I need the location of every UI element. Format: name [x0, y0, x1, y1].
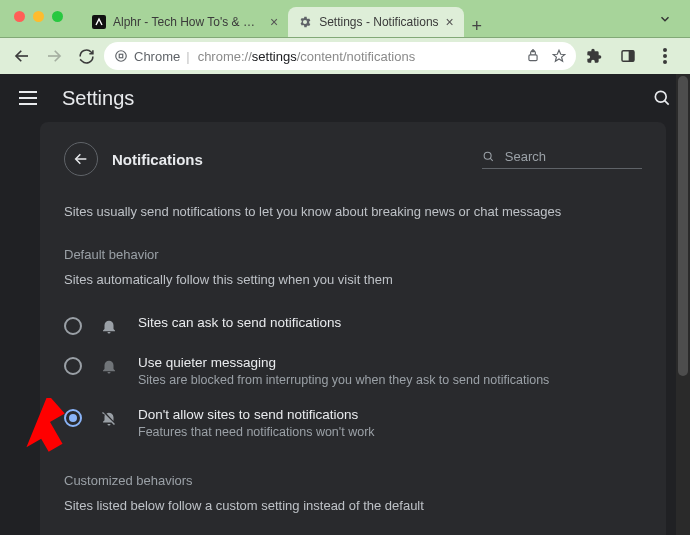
hamburger-menu-icon[interactable] [18, 90, 40, 106]
reload-button[interactable] [72, 42, 100, 70]
traffic-lights [14, 11, 63, 22]
panel-search[interactable] [482, 149, 642, 169]
section-customized-sub: Sites listed below follow a custom setti… [64, 498, 642, 513]
settings-appbar: Settings [0, 74, 690, 122]
svg-point-11 [663, 54, 667, 58]
site-info-button[interactable]: Chrome | [114, 49, 190, 64]
svg-marker-21 [12, 398, 67, 453]
section-customized-label: Customized behaviors [64, 473, 642, 488]
tab-title: Settings - Notifications [319, 15, 438, 29]
svg-point-3 [116, 51, 127, 62]
scheme-label: Chrome [134, 49, 180, 64]
gear-icon [298, 15, 312, 29]
radio-button[interactable] [64, 317, 82, 335]
close-tab-icon[interactable]: × [270, 14, 278, 30]
search-icon [482, 149, 495, 164]
svg-point-12 [663, 60, 667, 64]
new-tab-button[interactable]: + [464, 16, 490, 37]
panel-search-input[interactable] [505, 149, 642, 164]
option-quieter-messaging[interactable]: Use quieter messaging Sites are blocked … [64, 345, 642, 397]
annotation-arrow [12, 398, 67, 453]
browser-tab[interactable]: Alphr - Tech How To's & Guide × [82, 7, 288, 37]
bell-icon [100, 317, 120, 335]
extensions-icon[interactable] [580, 42, 608, 70]
svg-rect-0 [92, 15, 106, 29]
scrollbar-thumb[interactable] [678, 76, 688, 376]
svg-point-10 [663, 48, 667, 52]
tab-strip: Alphr - Tech How To's & Guide × Settings… [82, 7, 490, 37]
alphr-favicon [92, 15, 106, 29]
section-default-behavior-label: Default behavior [64, 247, 642, 262]
browser-tab[interactable]: Settings - Notifications × [288, 7, 464, 37]
svg-line-20 [490, 158, 493, 161]
svg-line-17 [665, 101, 669, 105]
section-default-behavior-sub: Sites automatically follow this setting … [64, 272, 642, 287]
option-dont-allow[interactable]: Don't allow sites to send notifications … [64, 397, 642, 449]
nav-back-button[interactable] [8, 42, 36, 70]
side-panel-icon[interactable] [614, 42, 642, 70]
settings-panel: Notifications Sites usually send notific… [40, 122, 666, 535]
close-window-button[interactable] [14, 11, 25, 22]
minimize-window-button[interactable] [33, 11, 44, 22]
svg-rect-4 [119, 54, 123, 58]
omnibox[interactable]: Chrome | chrome://settings/content/notif… [104, 42, 576, 70]
nav-forward-button[interactable] [40, 42, 68, 70]
svg-rect-5 [529, 55, 537, 61]
option-sites-can-ask[interactable]: Sites can ask to send notifications [64, 305, 642, 345]
app-title: Settings [62, 87, 134, 110]
url-text: chrome://settings/content/notifications [198, 49, 416, 64]
bell-off-icon [100, 409, 120, 427]
maximize-window-button[interactable] [52, 11, 63, 22]
panel-description: Sites usually send notifications to let … [64, 204, 642, 219]
tab-overflow-button[interactable] [640, 12, 690, 26]
bell-muted-icon [100, 357, 120, 375]
svg-marker-7 [553, 50, 565, 61]
option-title: Use quieter messaging [138, 355, 549, 370]
bookmark-icon[interactable] [552, 49, 566, 63]
app-search-icon[interactable] [652, 88, 672, 108]
svg-point-16 [655, 91, 666, 102]
browser-toolbar: Chrome | chrome://settings/content/notif… [0, 38, 690, 74]
tab-title: Alphr - Tech How To's & Guide [113, 15, 263, 29]
option-title: Don't allow sites to send notifications [138, 407, 375, 422]
option-subtitle: Sites are blocked from interrupting you … [138, 373, 549, 387]
settings-app: Settings Notifications Sites usually sen… [0, 74, 690, 535]
browser-menu-icon[interactable] [648, 42, 682, 70]
share-icon[interactable] [526, 49, 540, 63]
window-titlebar: Alphr - Tech How To's & Guide × Settings… [0, 0, 690, 38]
svg-point-19 [484, 152, 491, 159]
option-subtitle: Features that need notifications won't w… [138, 425, 375, 439]
radio-button[interactable] [64, 357, 82, 375]
panel-back-button[interactable] [64, 142, 98, 176]
option-title: Sites can ask to send notifications [138, 315, 341, 330]
panel-title: Notifications [112, 151, 203, 168]
svg-rect-9 [629, 51, 634, 62]
close-tab-icon[interactable]: × [446, 14, 454, 30]
